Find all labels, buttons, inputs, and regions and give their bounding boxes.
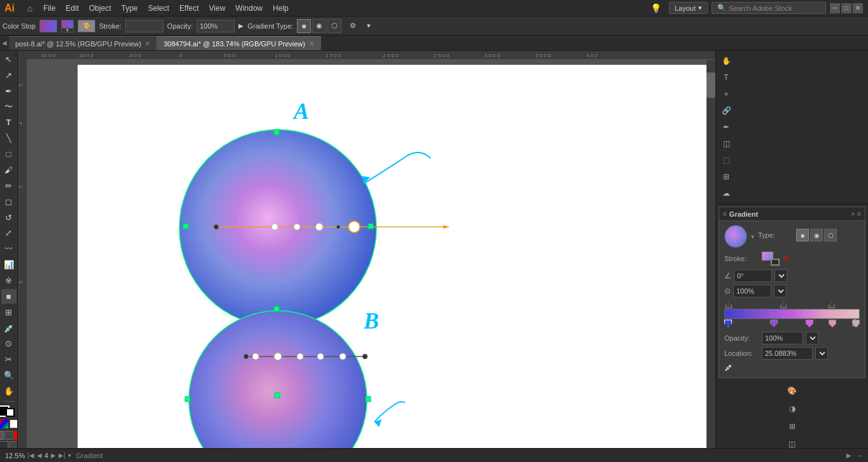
blend-tool[interactable]: ⊙: [1, 336, 17, 351]
eraser-tool[interactable]: ◻: [1, 194, 17, 209]
color-stop-1[interactable]: [770, 320, 778, 327]
pencil-tool[interactable]: ✏: [1, 179, 17, 193]
angle-input[interactable]: [734, 269, 772, 282]
hand-tool[interactable]: ✋: [1, 384, 17, 398]
options-expand-icon[interactable]: ▾: [364, 18, 373, 34]
screen-mode-2[interactable]: [4, 431, 13, 440]
nav-last-btn[interactable]: ▶|: [59, 452, 65, 459]
tab-post8[interactable]: post-8.ai* @ 12.5% (RGB/GPU Preview) ✕: [9, 36, 157, 50]
text-tool[interactable]: T: [1, 115, 17, 130]
properties-icon[interactable]: ⊞: [719, 169, 734, 184]
restore-button[interactable]: □: [841, 3, 851, 13]
opacity-row-input[interactable]: [762, 332, 803, 344]
align-icon[interactable]: ⚬: [719, 86, 734, 102]
gradient-color-bar[interactable]: [724, 309, 860, 319]
cc-libraries-icon[interactable]: ☁: [719, 186, 734, 201]
artboard-icon[interactable]: ⬚: [719, 153, 734, 168]
opacity-stop-2[interactable]: [829, 302, 835, 308]
location-dropdown[interactable]: ▾: [815, 347, 828, 360]
stock-search[interactable]: 🔍 Search Adobe Stock: [712, 2, 826, 14]
delete-stroke-icon[interactable]: ✕: [782, 254, 790, 264]
panel-collapse-icon[interactable]: ≡: [723, 210, 727, 217]
options-more-icon[interactable]: ⚙: [345, 18, 361, 34]
location-input[interactable]: [762, 347, 813, 360]
vertical-scrollbar[interactable]: [706, 60, 715, 462]
menu-file[interactable]: File: [38, 0, 60, 17]
status-play-icon[interactable]: ▶: [846, 452, 851, 459]
close-button[interactable]: ✕: [853, 3, 863, 13]
angle-dropdown[interactable]: ▾: [775, 269, 787, 282]
opacity-input[interactable]: [196, 20, 235, 32]
menu-effect[interactable]: Effect: [174, 0, 203, 17]
menu-select[interactable]: Select: [143, 0, 174, 17]
swatches-icon[interactable]: ⊞: [785, 419, 800, 434]
lightbulb-icon[interactable]: 💡: [647, 0, 665, 17]
gradient-type-freeform-icon[interactable]: ⬡: [327, 19, 341, 33]
type-linear-icon[interactable]: ■: [796, 229, 809, 241]
warp-tool[interactable]: 〰: [1, 241, 17, 256]
eyedropper-tool[interactable]: 💉: [1, 321, 17, 336]
status-expand-icon[interactable]: ↔: [857, 452, 863, 459]
opacity-arrow-icon[interactable]: ▶: [238, 22, 244, 29]
screen-mode-1[interactable]: [0, 431, 4, 440]
gradient-thumb-arrow[interactable]: ▾: [751, 233, 754, 240]
tab-3084794-close[interactable]: ✕: [309, 40, 314, 47]
artboard-dropdown-icon[interactable]: ▾: [68, 452, 71, 459]
panel-menu-btn[interactable]: ≡: [857, 210, 861, 217]
graph-tool[interactable]: 📊: [1, 257, 17, 272]
none-mode-icon[interactable]: [10, 419, 18, 428]
minimize-button[interactable]: ─: [830, 3, 840, 13]
menu-window[interactable]: Window: [230, 0, 268, 17]
selection-tool[interactable]: ↖: [1, 52, 17, 67]
opacity-stop-1[interactable]: [780, 302, 787, 308]
scissors-tool[interactable]: ✂: [1, 352, 17, 367]
gradient-preview-thumb[interactable]: [724, 225, 747, 248]
nav-first-btn[interactable]: |◀: [27, 452, 34, 459]
curvature-tool[interactable]: 〜: [1, 100, 17, 114]
home-icon[interactable]: ⌂: [22, 0, 38, 17]
rotate-tool[interactable]: ↺: [1, 210, 17, 225]
nav-next-btn[interactable]: ▶: [51, 452, 56, 459]
color-swatch[interactable]: [39, 20, 57, 32]
zoom-tool[interactable]: 🔍: [1, 368, 17, 383]
aspect-dropdown[interactable]: ▾: [774, 285, 787, 297]
color2-icon[interactable]: ◑: [785, 401, 800, 416]
nav-prev-btn[interactable]: ◀: [37, 452, 42, 459]
scale-tool[interactable]: ⤢: [1, 226, 17, 240]
type-radial-icon[interactable]: ◉: [810, 229, 823, 241]
menu-view[interactable]: View: [204, 0, 231, 17]
panel-left-collapse[interactable]: ◀: [0, 35, 9, 50]
pen2-icon[interactable]: ✒: [719, 119, 734, 135]
color-wheel-icon[interactable]: 🎨: [785, 383, 800, 398]
tab-3084794[interactable]: 3084794.ai* @ 183.74% (RGB/GPU Preview) …: [157, 36, 321, 50]
swatch-dropdown[interactable]: ▼: [61, 20, 74, 32]
line-tool[interactable]: ╲: [1, 131, 17, 146]
hand2-icon[interactable]: ✋: [719, 53, 734, 69]
color-stop-0[interactable]: [724, 320, 732, 327]
type-freeform-icon[interactable]: ⬡: [824, 229, 837, 241]
rect-tool[interactable]: □: [1, 147, 17, 161]
vertical-scrollbar-thumb[interactable]: [706, 72, 715, 98]
symbol-tool[interactable]: ※: [1, 273, 17, 288]
link-icon[interactable]: 🔗: [719, 103, 734, 118]
aspect-input[interactable]: [733, 285, 771, 297]
gradient-tool[interactable]: ■: [1, 289, 17, 304]
type2-icon[interactable]: T: [719, 70, 734, 85]
opacity-dropdown[interactable]: ▾: [806, 332, 818, 344]
workspace-selector[interactable]: Layout ▾: [669, 2, 708, 14]
menu-type[interactable]: Type: [116, 0, 143, 17]
gradient-type-radial-icon[interactable]: ◉: [312, 19, 326, 33]
paintbrush-tool[interactable]: 🖌: [1, 163, 17, 177]
stroke-input[interactable]: [125, 20, 163, 32]
eyedropper2-icon[interactable]: 💉: [724, 363, 734, 374]
panel-expand-btn[interactable]: »: [851, 210, 855, 217]
delete-stop-button[interactable]: 🗑: [851, 318, 860, 328]
menu-help[interactable]: Help: [268, 0, 294, 17]
color-mode-icon[interactable]: [0, 419, 8, 428]
opacity-stop-0[interactable]: [726, 302, 732, 308]
pen-tool[interactable]: ✒: [1, 84, 17, 99]
menu-edit[interactable]: Edit: [60, 0, 84, 17]
mesh-tool[interactable]: ⊞: [1, 305, 17, 320]
canvas-area[interactable]: A B: [27, 60, 715, 462]
color-mode-icon[interactable]: 🎨: [78, 20, 95, 32]
